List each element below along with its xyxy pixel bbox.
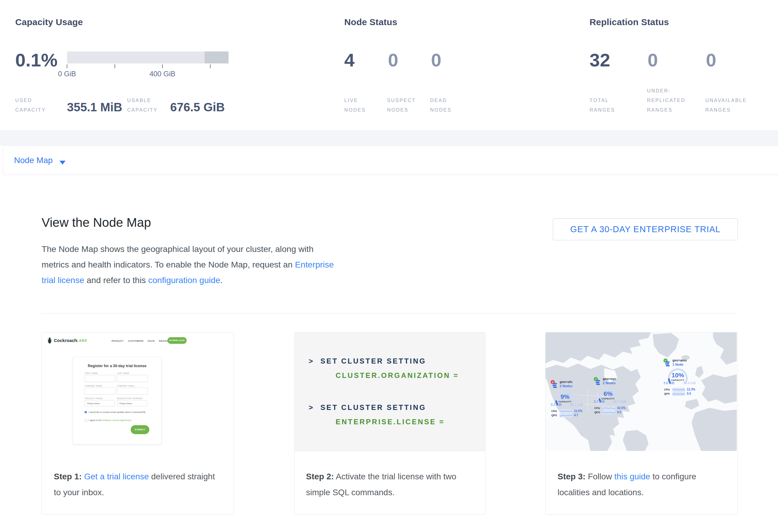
capacity-percent: 9% [554,393,576,400]
description-line: trial license and refer to this configur… [42,272,334,288]
capacity-axis-tick [67,64,67,68]
mini-nav-item: CUSTOMERS [128,339,144,342]
node-map-description: The Node Map shows the geographical layo… [42,241,334,288]
unavailable-ranges-label: RANGES [705,107,731,112]
total-gib: 34.4 GiB [681,381,696,385]
mini-download-button: DOWNLOAD [167,337,187,344]
sql-command-line: CLUSTER.ORGANIZATION = [336,371,459,380]
cockroach-labs-wordmark: Cockroach [54,338,77,343]
suspect-nodes-value: 0 [388,51,398,69]
view-selector-label[interactable]: Node Map [14,156,53,165]
suspect-nodes-label: SUSPECT [387,98,416,103]
mini-nav-item: DOCS [148,339,155,342]
usable-capacity-label: USABLE [127,98,151,103]
mini-project-phase-select: Please Select [85,400,115,406]
capacity-tick-label-0: 0 GiB [46,70,88,78]
total-ranges-label: RANGES [590,107,615,112]
nodes-stack-icon [665,362,670,367]
under-replicated-label: RANGES [647,107,673,112]
trial-registration-form: Register for a 30-day trial license FIRS… [73,357,161,444]
capacity-percent: 6% [597,390,619,397]
this-guide-link[interactable]: this guide [614,472,650,481]
chevron-down-icon [60,161,66,165]
locality-name: geo=ams [673,359,687,362]
used-capacity-label: USED [15,98,32,103]
qps-sparkline [673,392,685,396]
mini-checkbox-checked [85,411,87,413]
under-replicated-label: REPLICATED [647,98,685,103]
capacity-axis-tick [162,64,163,68]
capacity-axis-tick [210,64,211,68]
page-title: View the Node Map [42,215,151,230]
locality-marker-ams: ✓ geo=ams 1 Node 10% CAPACITY 3.6 GiB 34… [664,359,708,403]
step1-card: Cockroach LABS PRODUCT CUSTOMERS DOCS RE… [42,332,234,515]
locality-node-count: 1 Node [673,363,684,366]
view-selector[interactable]: Node Map [3,145,778,175]
enterprise-trial-license-link[interactable]: Enterprise [295,260,334,269]
step3-caption: Step 3: Follow this guide to configure l… [557,469,696,500]
step1-caption: Step 1: Get a trial license delivered st… [54,469,215,500]
capacity-axis-tick [114,64,115,68]
step3-card: 1 geo=sfo 2 Nodes 9% CAPACITY 3.2 GiB 35… [545,332,737,515]
live-nodes-value: 4 [344,51,355,69]
cpu-sparkline [603,406,615,410]
capacity-usage-title: Capacity Usage [15,17,83,27]
used-gib: 3.6 GiB [664,381,675,385]
mini-license-agreement-link: Software License Agreement. [102,419,132,422]
locality-node-count: 2 Nodes [603,381,616,385]
cockroach-labs-wordmark: LABS [77,339,87,342]
total-ranges-label: TOTAL [590,98,609,103]
capacity-used-percent: 0.1% [15,51,58,69]
mini-field-label: REASON FOR INTEREST [117,397,143,399]
locality-name: geo=nyc [603,377,616,381]
unavailable-ranges-label: UNAVAILABLE [705,98,747,103]
mini-company-name-field [85,387,115,395]
used-gib: 3.7 GiB [594,400,605,403]
get-trial-license-link[interactable]: Get a trial license [84,472,149,481]
cluster-overview-page: Capacity Usage 0.1% 0 GiB 400 GiB USED C… [0,0,778,532]
configuration-guide-link[interactable]: configuration guide [148,275,220,285]
suspect-nodes-label: NODES [387,107,409,112]
mini-checkbox-label: I agree to the Software License Agreemen… [88,419,132,422]
qps-sparkline [603,410,615,414]
step2-caption: Step 2: Activate the trial license with … [306,469,456,500]
total-gib: 35.1 GiB [568,403,583,406]
description-line: The Node Map shows the geographical layo… [42,241,334,257]
cockroach-bug-icon [47,337,52,344]
enterprise-trial-button[interactable]: GET A 30-DAY ENTERPRISE TRIAL [553,218,738,240]
mini-field-label: LAST NAME [117,372,129,374]
mini-first-name-field [85,375,115,382]
enterprise-trial-license-link[interactable]: trial license [42,275,84,285]
usable-capacity-value: 676.5 GiB [170,101,225,113]
mini-field-label: COMPANY EMAIL [117,385,135,387]
step2-card: > SET CLUSTER SETTING CLUSTER.ORGANIZATI… [294,332,485,515]
live-nodes-label: LIVE [344,98,358,103]
locality-marker-nyc: ✓ geo=nyc 2 Nodes 6% CAPACITY 3.7 GiB 65… [594,377,639,422]
capacity-usage-bar [67,52,229,63]
dead-nodes-label: DEAD [430,98,447,103]
locality-marker-sfo: 1 geo=sfo 2 Nodes 9% CAPACITY 3.2 GiB 35… [551,380,596,425]
mini-field-label: PROJECT PHASE [85,397,103,399]
sql-command-line: > SET CLUSTER SETTING [309,357,426,365]
mini-checkbox-unchecked [85,419,87,422]
used-capacity-label: CAPACITY [15,107,46,112]
mini-last-name-field [117,375,148,382]
nodes-stack-icon [596,380,600,385]
capacity-tick-label-400: 400 GiB [142,70,183,78]
description-line: metrics and health indicators. To enable… [42,257,334,272]
under-replicated-label: UNDER- [647,88,671,93]
sql-command-line: ENTERPRISE.LICENSE = [336,418,445,426]
used-gib: 3.2 GiB [551,403,562,406]
sql-command-line: > SET CLUSTER SETTING [309,403,426,412]
nodes-stack-icon [552,383,557,388]
total-gib: 65.7 GiB [611,400,626,403]
dead-nodes-value: 0 [431,51,441,69]
cpu-sparkline [560,409,572,413]
locality-name: geo=sfo [560,380,572,384]
dead-nodes-label: NODES [430,107,452,112]
capacity-bar-other-segment [205,52,229,63]
panel-background-band [0,131,778,145]
replication-status-title: Replication Status [590,17,669,27]
under-replicated-value: 0 [647,51,658,69]
mini-field-label: COMPANY NAME [85,385,102,387]
